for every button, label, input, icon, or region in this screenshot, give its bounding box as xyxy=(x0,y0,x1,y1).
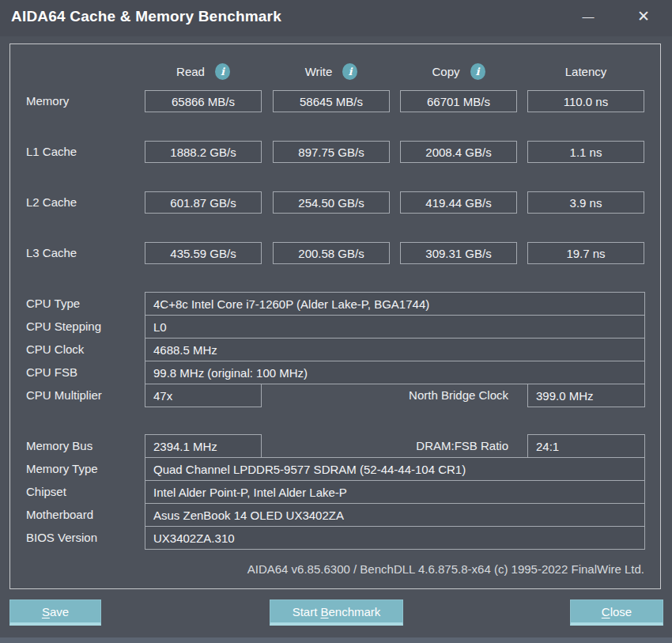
close-label-rest: lose xyxy=(610,605,632,618)
motherboard-value: Asus ZenBook 14 OLED UX3402ZA xyxy=(145,503,645,527)
minimize-button[interactable]: — xyxy=(574,3,602,28)
l2-read-value: 601.87 GB/s xyxy=(145,191,262,214)
window-title: AIDA64 Cache & Memory Benchmark xyxy=(11,8,281,25)
row-label-chipset: Chipset xyxy=(26,480,66,504)
cpu-fsb-value: 99.8 MHz (original: 100 MHz) xyxy=(145,361,645,384)
start-label-mnemonic: B xyxy=(320,605,328,618)
save-label-rest: ave xyxy=(50,605,69,618)
l3-latency-value: 19.7 ns xyxy=(527,242,644,264)
l1-latency-value: 1.1 ns xyxy=(527,141,644,163)
close-icon: ✕ xyxy=(637,7,650,25)
column-header-latency: Latency xyxy=(527,60,644,82)
save-label-mnemonic: S xyxy=(42,605,50,618)
row-label-cpu-clock: CPU Clock xyxy=(26,338,84,361)
cpu-clock-value: 4688.5 MHz xyxy=(145,338,645,361)
version-footer: AIDA64 v6.85.6300 / BenchDLL 4.6.875.8-x… xyxy=(247,562,644,576)
cpu-type-value: 4C+8c Intel Core i7-1260P (Alder Lake-P,… xyxy=(145,292,645,316)
bios-version-value: UX3402ZA.310 xyxy=(145,526,645,550)
column-header-write: Write i xyxy=(273,60,390,82)
l2-copy-value: 419.44 GB/s xyxy=(400,191,517,214)
minimize-icon: — xyxy=(583,9,595,23)
memory-copy-value: 66701 MB/s xyxy=(400,90,517,112)
row-label-cpu-fsb: CPU FSB xyxy=(26,361,77,384)
l1-copy-value: 2008.4 GB/s xyxy=(400,141,517,163)
memory-read-value: 65866 MB/s xyxy=(145,90,262,112)
row-label-memory-bus: Memory Bus xyxy=(26,434,92,458)
memory-write-value: 58645 MB/s xyxy=(273,90,390,112)
copy-info-icon[interactable]: i xyxy=(470,63,485,80)
cpu-multiplier-value: 47x xyxy=(145,384,262,407)
start-label-rest: enchmark xyxy=(329,605,381,618)
close-window-button[interactable]: ✕ xyxy=(629,3,658,28)
memory-bus-value: 2394.1 MHz xyxy=(145,434,262,458)
north-bridge-clock-value: 399.0 MHz xyxy=(527,384,645,407)
l3-write-value: 200.58 GB/s xyxy=(273,242,390,264)
close-button[interactable]: Close xyxy=(570,600,663,626)
close-label-mnemonic: C xyxy=(602,605,610,618)
north-bridge-clock-label: North Bridge Clock xyxy=(409,384,508,407)
chipset-value: Intel Alder Point-P, Intel Alder Lake-P xyxy=(145,480,645,504)
start-label-pre: Start xyxy=(293,605,321,618)
row-label-l3-cache: L3 Cache xyxy=(26,242,77,264)
latency-header-label: Latency xyxy=(565,65,607,78)
dram-fsb-ratio-label: DRAM:FSB Ratio xyxy=(416,434,508,458)
write-info-icon[interactable]: i xyxy=(342,63,357,80)
row-label-l1-cache: L1 Cache xyxy=(26,141,77,163)
row-label-cpu-type: CPU Type xyxy=(26,292,80,316)
l1-read-value: 1888.2 GB/s xyxy=(145,141,262,163)
titlebar: AIDA64 Cache & Memory Benchmark — ✕ xyxy=(0,0,672,36)
row-label-l2-cache: L2 Cache xyxy=(26,191,77,214)
column-header-copy: Copy i xyxy=(400,60,517,82)
row-label-motherboard: Motherboard xyxy=(26,503,93,527)
row-label-memory-type: Memory Type xyxy=(26,457,98,481)
row-label-bios-version: BIOS Version xyxy=(26,526,97,550)
column-header-read: Read i xyxy=(145,60,262,82)
read-info-icon[interactable]: i xyxy=(215,63,230,80)
copy-header-label: Copy xyxy=(432,65,459,78)
row-label-memory: Memory xyxy=(26,90,69,112)
l3-copy-value: 309.31 GB/s xyxy=(400,242,517,264)
l2-latency-value: 3.9 ns xyxy=(527,191,644,214)
bottom-edge-strip xyxy=(0,637,672,643)
write-header-label: Write xyxy=(305,65,333,78)
l2-write-value: 254.50 GB/s xyxy=(273,191,390,214)
save-button[interactable]: Save xyxy=(9,600,101,626)
row-label-cpu-stepping: CPU Stepping xyxy=(26,315,101,339)
read-header-label: Read xyxy=(176,65,205,78)
dram-fsb-ratio-value: 24:1 xyxy=(527,434,645,458)
l3-read-value: 435.59 GB/s xyxy=(145,242,262,264)
memory-latency-value: 110.0 ns xyxy=(527,90,644,112)
memory-type-value: Quad Channel LPDDR5-9577 SDRAM (52-44-44… xyxy=(145,457,645,481)
start-benchmark-button[interactable]: Start Benchmark xyxy=(270,600,403,626)
row-label-cpu-multiplier: CPU Multiplier xyxy=(26,384,102,407)
l1-write-value: 897.75 GB/s xyxy=(273,141,390,163)
aida64-benchmark-window: AIDA64 Cache & Memory Benchmark — ✕ Read… xyxy=(0,0,672,643)
benchmark-panel: Read i Write i Copy i Latency Memory 658… xyxy=(9,43,661,589)
cpu-stepping-value: L0 xyxy=(145,315,645,339)
